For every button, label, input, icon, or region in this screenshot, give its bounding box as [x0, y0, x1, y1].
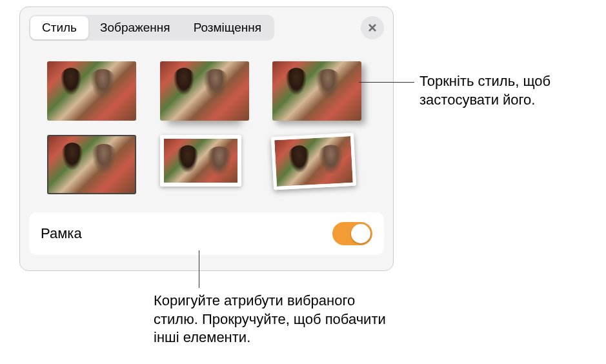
callout-adjust-attrs: Коригуйте атрибути вибраного стилю. Прок… [154, 292, 399, 347]
segmented-control: Стиль Зображення Розміщення [29, 15, 274, 41]
style-preset-plain[interactable] [47, 61, 136, 121]
style-preset-reflection[interactable] [160, 61, 249, 121]
border-toggle[interactable] [332, 222, 372, 245]
tab-image[interactable]: Зображення [88, 16, 182, 39]
style-presets-grid [20, 48, 393, 201]
style-preset-polaroid[interactable] [271, 133, 356, 190]
border-section: Рамка [29, 212, 384, 255]
close-button[interactable] [361, 16, 384, 39]
format-panel: Стиль Зображення Розміщення Рамка [19, 6, 394, 271]
tab-style[interactable]: Стиль [30, 16, 88, 39]
style-preset-shadow[interactable] [272, 61, 361, 121]
close-icon [367, 23, 378, 33]
callout-tap-style: Торкніть стиль, щоб застосувати його. [419, 72, 600, 109]
border-label: Рамка [41, 225, 82, 242]
style-preset-dark-border[interactable] [47, 135, 136, 194]
toggle-knob [351, 224, 370, 243]
tab-bar: Стиль Зображення Розміщення [20, 7, 393, 48]
callout-leader-2 [199, 250, 199, 288]
callout-leader-1 [359, 82, 414, 83]
tab-arrange[interactable]: Розміщення [182, 16, 273, 39]
style-preset-white-frame[interactable] [160, 135, 241, 187]
